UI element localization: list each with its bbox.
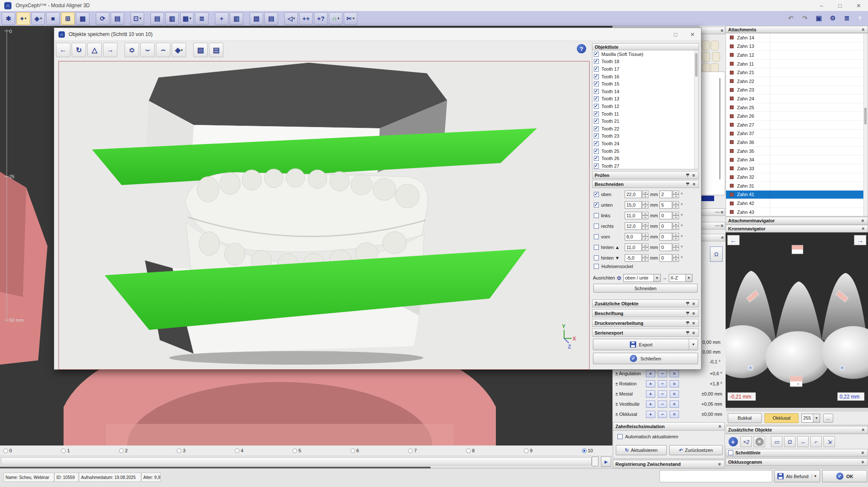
object-list-row[interactable]: Tooth 17 <box>593 65 698 73</box>
crop-deg-field[interactable]: 0 <box>659 233 672 241</box>
pin-icon[interactable] <box>686 311 690 315</box>
attachment-row[interactable]: Zahn 12 <box>726 51 868 60</box>
undo-icon[interactable]: ↶ <box>785 12 797 24</box>
attachment-row[interactable]: Zahn 42 <box>726 199 868 208</box>
mm-spinner[interactable]: ▲▼ <box>642 191 648 198</box>
registration-panel-header[interactable]: Registrierung Zwischenstand » <box>613 460 725 468</box>
attachment-row[interactable]: Zahn 24 <box>726 94 868 103</box>
object-list-row[interactable]: Tooth 26 <box>593 155 698 162</box>
attachment-row[interactable]: Zahn 35 <box>726 147 868 156</box>
pin-icon[interactable] <box>686 173 690 177</box>
crown-navigator-header[interactable]: Kronennavigator » <box>726 225 868 232</box>
play-button[interactable]: ▶ <box>601 457 611 467</box>
align-mode-dropdown[interactable]: oben / unte ▼ <box>623 274 661 282</box>
object-list-row[interactable]: Tooth 27 <box>593 162 698 169</box>
decrease-button[interactable]: − <box>658 380 667 387</box>
crop-deg-field[interactable]: 0 <box>659 244 672 251</box>
print-prep-section-header[interactable]: Druckvorverarbeitung » <box>592 319 699 327</box>
report-a-icon[interactable]: ▥ <box>230 12 243 25</box>
document-settings-icon[interactable]: ▥ <box>165 12 179 25</box>
object-checkbox[interactable] <box>594 149 599 154</box>
crown-navigator-viewport[interactable]: -0,21 mm 0,22 mm ← → <box>726 232 868 408</box>
decrease-button[interactable]: − <box>658 411 667 418</box>
increase-button[interactable]: + <box>646 370 655 377</box>
fullscreen-icon[interactable]: ⇲ <box>823 436 835 447</box>
attachment-row[interactable]: Zahn 11 <box>726 60 868 69</box>
tooth-table-icon[interactable]: ▦ <box>180 12 194 25</box>
dialog-close-button[interactable]: ✕ <box>684 29 701 40</box>
object-list-row[interactable]: Tooth 25 <box>593 147 698 155</box>
save-objects-icon[interactable]: ▤ <box>209 43 223 57</box>
deg-spinner[interactable]: ▲▼ <box>673 212 679 219</box>
animation-slider-handle[interactable] <box>592 457 598 466</box>
okklusal-button[interactable]: Okklusal <box>765 413 798 423</box>
auto-update-checkbox[interactable]: Automatisch aktualisieren <box>618 434 678 439</box>
pruefen-header[interactable]: Prüfen » <box>592 171 699 179</box>
grid-2x2-view-icon[interactable]: ⊞ <box>61 12 75 25</box>
collapse-icon[interactable]: » <box>860 459 866 465</box>
collapse-icon[interactable]: » <box>717 424 723 429</box>
bukkal-button[interactable]: Bukkal <box>728 413 762 423</box>
delete-object-icon[interactable]: ✕ <box>754 436 765 447</box>
increase-button[interactable]: + <box>646 390 655 398</box>
set-button[interactable]: = <box>670 390 679 398</box>
decrease-button[interactable]: − <box>658 370 667 377</box>
mm-spinner[interactable]: ▲▼ <box>642 254 648 262</box>
collapse-icon[interactable]: » <box>860 226 866 231</box>
reset-button[interactable]: ↶ Zurücksetzen <box>669 445 723 455</box>
schneiden-button[interactable]: Schneiden <box>593 284 698 293</box>
save-project-icon[interactable]: ▤ <box>111 12 124 25</box>
settings-icon[interactable]: ⚙ <box>826 12 839 24</box>
object-list-row[interactable]: Tooth 21 <box>593 117 698 125</box>
3d-cube-icon[interactable]: ◈ <box>172 43 186 57</box>
attachments-panel-header[interactable]: Attachments » <box>726 26 868 33</box>
crop-checkbox[interactable] <box>594 192 599 197</box>
finding-name-field[interactable] <box>659 470 772 482</box>
dialog-help-button[interactable]: ? <box>577 44 586 53</box>
crop-checkbox[interactable] <box>594 255 599 260</box>
tooth-object-icon[interactable]: Ω <box>784 436 796 447</box>
duplicate-object-icon[interactable]: ×2 <box>740 436 752 447</box>
object-list-row[interactable]: Tooth 11 <box>593 110 698 118</box>
deg-spinner[interactable]: ▲▼ <box>673 222 679 230</box>
attachment-row[interactable]: Zahn 41 <box>726 191 868 199</box>
attachment-row[interactable]: Zahn 14 <box>726 33 868 42</box>
help-icon[interactable]: ? <box>854 13 865 23</box>
dialog-schliessen-button[interactable]: ✓ Schließen <box>593 353 698 364</box>
crop-deg-field[interactable]: 5 <box>659 201 672 209</box>
crosshair-icon[interactable]: + <box>215 12 228 25</box>
decrease-button[interactable]: − <box>658 390 667 398</box>
dialog-maximize-button[interactable]: □ <box>667 29 684 40</box>
collapse-icon[interactable]: » <box>719 223 725 228</box>
crop-checkbox[interactable] <box>594 245 599 250</box>
export-dropdown-arrow[interactable]: ▼ <box>689 339 698 350</box>
attachment-row[interactable]: Zahn 43 <box>726 208 868 216</box>
previous-tooth-button[interactable]: ← <box>727 235 740 245</box>
measure-object-icon[interactable]: ↔ <box>797 436 809 447</box>
object-checkbox[interactable] <box>594 119 599 124</box>
step-radio[interactable]: 5 <box>292 448 301 453</box>
step-radio[interactable]: 4 <box>235 448 243 453</box>
mm-spinner[interactable]: ▲▼ <box>642 233 648 241</box>
animation-slider-track[interactable] <box>1 457 592 465</box>
attachment-row[interactable]: Zahn 36 <box>726 138 868 147</box>
object-checkbox[interactable] <box>594 163 599 169</box>
dialog-3d-viewport[interactable]: Y X Z <box>58 61 590 370</box>
arch-tool-icon[interactable]: ∩ <box>329 12 342 25</box>
attachment-row[interactable]: Zahn 21 <box>726 68 868 77</box>
mm-spinner[interactable]: ▲▼ <box>642 201 648 209</box>
step-radio[interactable]: 6 <box>351 448 359 453</box>
grid-3x3-view-icon[interactable]: ▦ <box>76 12 89 25</box>
additional-objects-header[interactable]: Zusätzliche Objekte » <box>726 426 868 434</box>
occlusogram-header[interactable]: Okklusogramm » <box>726 458 868 466</box>
more-button[interactable]: ... <box>823 414 833 423</box>
attachment-row[interactable]: Zahn 34 <box>726 155 868 164</box>
set-button[interactable]: = <box>670 411 679 418</box>
collapse-icon[interactable]: » <box>860 427 866 432</box>
attachment-row[interactable]: Zahn 32 <box>726 173 868 182</box>
decrease-button[interactable]: − <box>658 401 667 408</box>
crop-checkbox[interactable] <box>594 224 599 229</box>
object-checkbox[interactable] <box>594 133 599 138</box>
collapse-icon[interactable]: » <box>719 235 725 240</box>
3d-scene-icon[interactable]: ◈ <box>31 12 45 25</box>
